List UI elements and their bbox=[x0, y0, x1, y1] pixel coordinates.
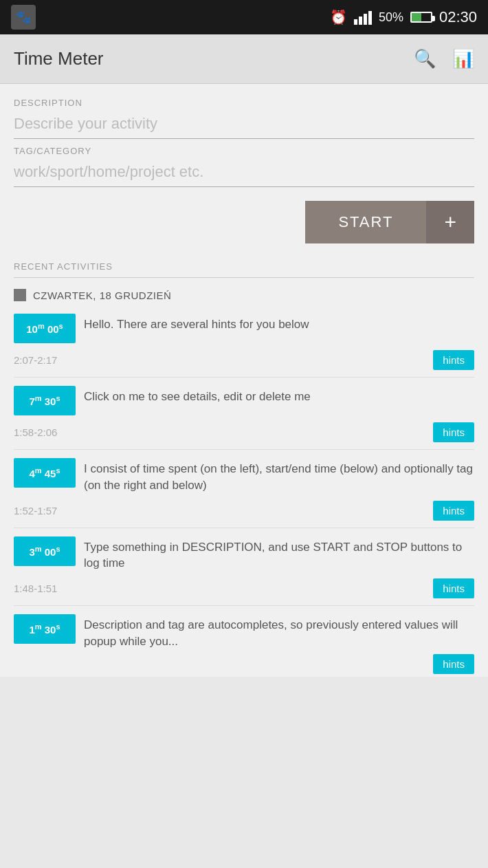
status-left-icons: 🐾 bbox=[11, 5, 36, 30]
status-icons: ⏰ 50% 02:30 bbox=[330, 8, 477, 26]
activity-row: 3m 00s Type something in DESCRIPTION, an… bbox=[14, 530, 474, 576]
time-badge: 10m 00s bbox=[14, 314, 76, 343]
recent-activities-label: RECENT ACTIVITIES bbox=[14, 257, 474, 278]
day-header-text: CZWARTEK, 18 GRUDZIEŃ bbox=[33, 290, 171, 301]
activity-description: Type something in DESCRIPTION, and use S… bbox=[84, 536, 474, 572]
app-bar-actions: 🔍 📊 bbox=[414, 48, 474, 69]
activity-description: Hello. There are several hints for you b… bbox=[84, 314, 474, 333]
battery-percent: 50% bbox=[379, 10, 403, 25]
time-range: 1:58-2:06 bbox=[14, 426, 57, 438]
activity-footer: 1:52-1:57 hints bbox=[14, 498, 474, 528]
activity-description: I consist of time spent (on the left), s… bbox=[84, 458, 474, 494]
tag-section: TAG/CATEGORY bbox=[14, 146, 474, 187]
hints-badge[interactable]: hints bbox=[433, 578, 474, 598]
description-section: DESCRIPTION bbox=[14, 98, 474, 139]
app-bar: Time Meter 🔍 📊 bbox=[0, 34, 488, 84]
duration-min: 1m 30s bbox=[29, 624, 60, 636]
signal-icon bbox=[354, 10, 372, 25]
alarm-icon: ⏰ bbox=[330, 9, 347, 25]
activity-description: Click on me to see details, edit or dele… bbox=[84, 386, 474, 405]
main-content: DESCRIPTION TAG/CATEGORY START + RECENT … bbox=[0, 84, 488, 677]
duration-min: 3m 00s bbox=[29, 546, 60, 558]
duration-min: 10m 00s bbox=[26, 323, 63, 335]
activity-row: 7m 30s Click on me to see details, edit … bbox=[14, 379, 474, 420]
status-bar: 🐾 ⏰ 50% 02:30 bbox=[0, 0, 488, 34]
hints-badge[interactable]: hints bbox=[433, 350, 474, 370]
activity-row: 1m 30s Description and tag are autocompl… bbox=[14, 607, 474, 654]
app-title: Time Meter bbox=[14, 48, 414, 69]
activity-item[interactable]: 7m 30s Click on me to see details, edit … bbox=[14, 379, 474, 450]
hints-badge[interactable]: hints bbox=[433, 654, 474, 674]
day-header: CZWARTEK, 18 GRUDZIEŃ bbox=[14, 283, 474, 307]
time-badge: 4m 45s bbox=[14, 458, 76, 488]
description-input[interactable] bbox=[14, 112, 474, 139]
action-buttons: START + bbox=[14, 201, 474, 243]
activity-description: Description and tag are autocompletes, s… bbox=[84, 614, 474, 650]
time-badge: 1m 30s bbox=[14, 614, 76, 644]
duration-min: 7m 30s bbox=[29, 395, 60, 407]
activity-item[interactable]: 4m 45s I consist of time spent (on the l… bbox=[14, 451, 474, 528]
activity-footer: 1:58-2:06 hints bbox=[14, 420, 474, 450]
activity-item[interactable]: 3m 00s Type something in DESCRIPTION, an… bbox=[14, 530, 474, 607]
tag-input[interactable] bbox=[14, 160, 474, 187]
activity-footer: 2:07-2:17 hints bbox=[14, 347, 474, 378]
start-button[interactable]: START bbox=[305, 201, 426, 243]
activity-row: 10m 00s Hello. There are several hints f… bbox=[14, 307, 474, 347]
battery-icon bbox=[410, 12, 432, 23]
app-icon: 🐾 bbox=[11, 5, 36, 30]
time-range: 1:48-1:51 bbox=[14, 583, 57, 594]
add-button[interactable]: + bbox=[426, 201, 474, 243]
tag-label: TAG/CATEGORY bbox=[14, 146, 474, 156]
activity-item[interactable]: 1m 30s Description and tag are autocompl… bbox=[14, 607, 474, 677]
hints-badge[interactable]: hints bbox=[433, 422, 474, 442]
time-badge: 3m 00s bbox=[14, 536, 76, 566]
duration-min: 4m 45s bbox=[29, 468, 60, 479]
clock-display: 02:30 bbox=[439, 8, 477, 26]
activity-item[interactable]: 10m 00s Hello. There are several hints f… bbox=[14, 307, 474, 378]
time-range: 2:07-2:17 bbox=[14, 354, 57, 366]
hints-badge[interactable]: hints bbox=[433, 501, 474, 521]
search-button[interactable]: 🔍 bbox=[414, 48, 436, 69]
activity-row: 4m 45s I consist of time spent (on the l… bbox=[14, 451, 474, 498]
stats-button[interactable]: 📊 bbox=[452, 48, 474, 69]
time-badge: 7m 30s bbox=[14, 386, 76, 415]
time-range: 1:52-1:57 bbox=[14, 505, 57, 517]
day-square-icon bbox=[14, 289, 26, 301]
description-label: DESCRIPTION bbox=[14, 98, 474, 108]
activity-footer: 1:48-1:51 hints bbox=[14, 576, 474, 606]
